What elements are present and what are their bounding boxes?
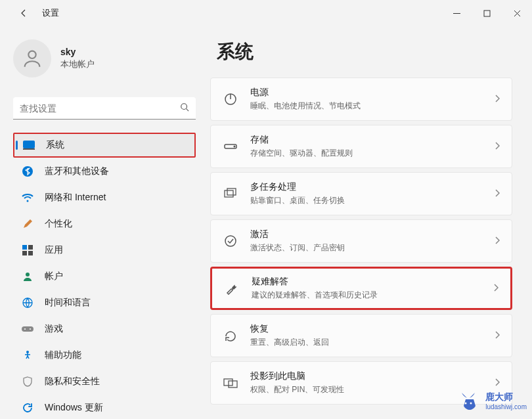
svg-point-27 (225, 236, 236, 246)
storage-icon (223, 139, 238, 154)
card-multitasking[interactable]: 多任务处理贴靠窗口、桌面、任务切换 (210, 172, 512, 215)
card-subtitle: 激活状态、订阅、产品密钥 (250, 242, 495, 254)
nav-list: 系统 蓝牙和其他设备 网络和 Internet 个性化 应用 帐户 (13, 133, 196, 419)
minimize-button[interactable] (441, 3, 472, 24)
nav-label: 系统 (46, 139, 64, 151)
svg-rect-8 (23, 148, 35, 150)
chevron-right-icon (495, 188, 500, 200)
nav-label: 个性化 (45, 218, 72, 230)
nav-item-gaming[interactable]: 游戏 (13, 317, 196, 342)
watermark: 鹿大师 ludashiwj.com (455, 387, 527, 414)
svg-rect-17 (22, 326, 33, 332)
bluetooth-icon (21, 165, 34, 178)
card-title: 存储 (250, 134, 495, 146)
svg-point-31 (470, 403, 472, 405)
svg-rect-14 (28, 251, 33, 255)
power-icon (223, 91, 238, 107)
svg-point-19 (30, 328, 31, 330)
nav-label: Windows 更新 (45, 402, 103, 414)
svg-rect-11 (22, 245, 27, 250)
card-title: 投影到此电脑 (250, 370, 495, 382)
globe-icon (21, 296, 34, 309)
card-title: 多任务处理 (250, 181, 495, 193)
deer-icon (455, 387, 481, 414)
card-activation[interactable]: 激活激活状态、订阅、产品密钥 (210, 219, 512, 263)
profile-subtitle: 本地帐户 (60, 58, 95, 70)
card-subtitle: 建议的疑难解答、首选项和历史记录 (252, 290, 493, 301)
nav-item-time-language[interactable]: 时间和语言 (13, 290, 196, 315)
chevron-right-icon (495, 330, 500, 342)
svg-rect-1 (484, 11, 490, 16)
gaming-icon (21, 322, 34, 336)
settings-list: 电源睡眠、电池使用情况、节电模式 存储存储空间、驱动器、配置规则 多任务处理贴靠… (210, 77, 512, 405)
account-icon (21, 270, 34, 283)
svg-point-18 (24, 328, 26, 330)
svg-rect-7 (23, 141, 35, 148)
apps-icon (21, 244, 34, 257)
nav-label: 游戏 (45, 323, 63, 335)
close-button[interactable] (502, 3, 532, 24)
svg-point-30 (465, 403, 467, 405)
shield-icon (21, 375, 34, 388)
card-troubleshoot[interactable]: 疑难解答建议的疑难解答、首选项和历史记录 (210, 267, 512, 310)
wifi-icon (21, 191, 34, 204)
wrench-icon (224, 280, 240, 296)
nav-item-accounts[interactable]: 帐户 (13, 264, 196, 289)
profile-name: sky (60, 47, 95, 57)
svg-rect-26 (227, 188, 236, 195)
window-title: 设置 (42, 7, 59, 19)
card-power[interactable]: 电源睡眠、电池使用情况、节电模式 (210, 77, 512, 121)
accessibility-icon (21, 349, 34, 362)
nav-item-system[interactable]: 系统 (13, 133, 196, 158)
nav-label: 网络和 Internet (45, 192, 106, 204)
nav-label: 时间和语言 (45, 297, 91, 309)
svg-point-4 (28, 51, 35, 58)
nav-item-apps[interactable]: 应用 (13, 238, 196, 263)
card-storage[interactable]: 存储存储空间、驱动器、配置规则 (210, 125, 512, 168)
page-title: 系统 (210, 39, 512, 64)
nav-item-personalization[interactable]: 个性化 (13, 211, 196, 236)
nav-label: 帐户 (45, 271, 63, 282)
svg-point-5 (181, 104, 187, 110)
nav-item-privacy[interactable]: 隐私和安全性 (13, 369, 196, 394)
avatar (13, 39, 51, 77)
profile-block[interactable]: sky 本地帐户 (13, 39, 196, 77)
svg-point-20 (26, 351, 29, 353)
person-icon (21, 47, 43, 70)
sidebar: sky 本地帐户 系统 蓝牙和其他设备 网络和 Internet (0, 26, 204, 419)
minimize-icon (453, 10, 460, 17)
update-icon (21, 401, 34, 414)
chevron-right-icon (495, 141, 500, 152)
nav-item-accessibility[interactable]: 辅助功能 (13, 343, 196, 368)
svg-point-10 (27, 200, 29, 202)
recovery-icon (223, 328, 238, 343)
nav-item-network[interactable]: 网络和 Internet (13, 185, 196, 210)
arrow-left-icon (18, 8, 29, 18)
card-title: 激活 (250, 229, 495, 240)
card-recovery[interactable]: 恢复重置、高级启动、返回 (210, 314, 512, 357)
svg-point-24 (234, 146, 235, 147)
nav-label: 隐私和安全性 (45, 376, 100, 387)
card-title: 恢复 (250, 323, 495, 335)
brush-icon (21, 217, 34, 231)
system-icon (22, 139, 35, 152)
close-icon (514, 10, 521, 17)
nav-label: 辅助功能 (45, 349, 81, 361)
nav-item-windows-update[interactable]: Windows 更新 (13, 395, 196, 419)
nav-item-bluetooth[interactable]: 蓝牙和其他设备 (13, 159, 196, 184)
main-content: 系统 电源睡眠、电池使用情况、节电模式 存储存储空间、驱动器、配置规则 多任务处… (204, 26, 532, 419)
chevron-right-icon (495, 93, 500, 105)
search-input[interactable] (13, 97, 196, 120)
card-title: 电源 (250, 87, 495, 99)
chevron-right-icon (495, 235, 500, 247)
project-icon (223, 375, 238, 391)
multitask-icon (223, 186, 238, 202)
activation-icon (223, 233, 238, 249)
card-subtitle: 贴靠窗口、桌面、任务切换 (250, 195, 495, 206)
maximize-button[interactable] (472, 3, 502, 24)
back-button[interactable] (13, 3, 34, 24)
svg-line-6 (187, 109, 189, 112)
svg-rect-25 (225, 190, 233, 197)
svg-rect-13 (22, 251, 27, 255)
svg-point-15 (26, 273, 30, 276)
